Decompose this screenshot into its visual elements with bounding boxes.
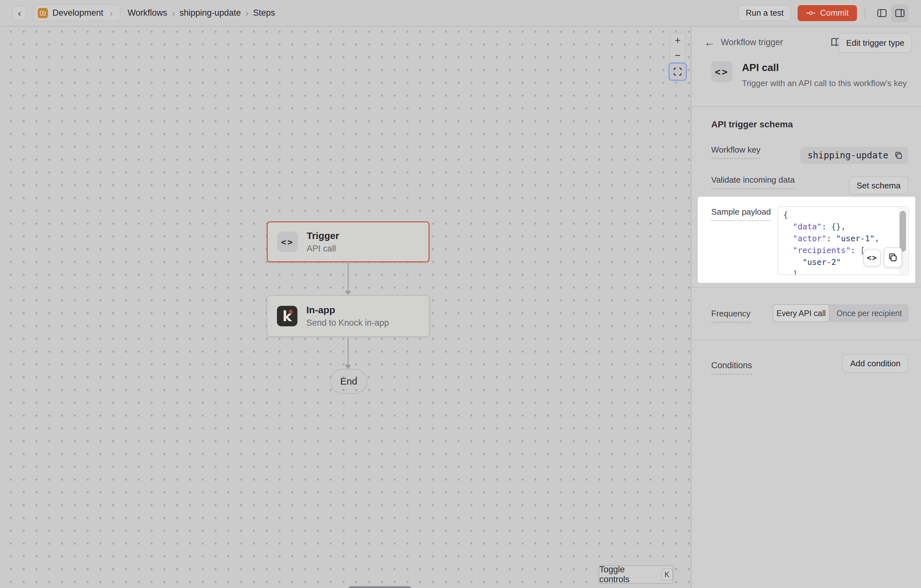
folder-icon [38,8,48,18]
end-node[interactable]: End [330,369,368,394]
commit-label: Commit [820,8,849,18]
add-condition-button[interactable]: Add condition [842,354,908,373]
bottom-toolbar-peek [348,586,411,588]
breadcrumb: Workflows › shipping-update › Steps [125,8,278,19]
left-panel-toggle-button[interactable] [873,4,891,22]
panel-back-button[interactable]: ← [702,35,717,50]
trigger-node[interactable]: <> Trigger API call [267,222,430,262]
toggle-controls-button[interactable]: Toggle controls K [599,565,674,584]
chevron-right-icon: › [243,8,251,19]
section-divider [692,340,921,340]
zoom-in-button[interactable]: + [670,33,685,48]
breadcrumb-workflows[interactable]: Workflows [125,8,170,18]
code-icon: <> [711,61,732,82]
top-bar: ‹ Development › Workflows › shipping-upd… [0,0,921,26]
panel-title: Workflow trigger [721,37,783,47]
edge-arrowhead [345,365,351,369]
workflow-key-label: Workflow key [711,145,760,159]
sample-payload-label: Sample payload [711,207,771,221]
environment-label: Development [52,8,103,18]
code-glyph: <> [281,237,294,247]
node-title: In-app [306,305,389,316]
zoom-controls: + − [670,32,686,64]
run-test-button[interactable]: Run a test [738,5,791,21]
zoom-out-button[interactable]: − [670,48,685,63]
fit-view-icon [673,67,682,77]
toolbar-divider [865,8,866,19]
editor-scrollbar-thumb[interactable] [900,211,906,252]
edge-inapp-to-end [348,337,348,365]
validate-data-label: Validate incoming data [711,175,795,189]
arrow-left-icon: ← [704,36,715,48]
set-schema-button[interactable]: Set schema [849,176,908,195]
frequency-option-once-per-recipient[interactable]: Once per recipient [830,304,909,322]
right-panel-toggle-button[interactable] [891,4,909,22]
conditions-label: Conditions [711,360,752,375]
workflow-key-value: shipping-update [801,147,908,164]
code-icon: <> [277,231,298,252]
fit-view-button[interactable] [668,62,687,81]
chevron-down-icon: › [108,8,115,19]
edge-trigger-to-inapp [348,263,348,291]
section-divider [692,106,921,107]
breadcrumb-steps: Steps [251,8,278,18]
copy-payload-button[interactable] [884,247,902,268]
code-icon: <> [867,253,877,262]
keyboard-shortcut-badge: K [661,568,673,581]
section-divider [692,287,921,288]
knock-logo-icon: k [277,306,298,326]
toggle-controls-label: Toggle controls [599,565,655,585]
workflow-canvas[interactable]: + − <> Trigger API call k In-app Send to… [0,27,692,588]
copy-workflow-key-button[interactable] [894,151,903,160]
knock-dot [289,309,293,314]
panel-right-icon [894,7,906,19]
node-subtitle: API call [307,244,339,254]
inapp-step-node[interactable]: k In-app Send to Knock in-app [267,295,430,337]
panel-left-icon [876,7,888,19]
copy-icon [894,151,903,160]
trigger-settings-panel: ← Workflow trigger Edit trigger type <> … [691,27,921,588]
frequency-segmented-control: Every API call Once per recipient [773,304,909,322]
workflow-key-text: shipping-update [807,150,888,161]
edge-arrowhead [345,291,351,295]
trigger-type-title: API call [742,62,779,73]
back-button[interactable]: ‹ [12,6,27,21]
end-node-label: End [340,376,357,387]
edit-trigger-type-button[interactable]: Edit trigger type [838,33,912,53]
chevron-left-icon: ‹ [18,8,21,19]
frequency-label: Frequency [711,309,750,323]
breadcrumb-workflow-key[interactable]: shipping-update [177,8,243,18]
code-glyph: <> [715,66,729,77]
trigger-type-description: Trigger with an API call to this workflo… [742,78,907,88]
commit-button[interactable]: Commit [797,5,857,21]
environment-selector[interactable]: Development › [33,5,120,21]
node-title: Trigger [307,230,339,241]
chevron-right-icon: › [170,8,177,19]
copy-icon [888,252,898,263]
schema-section-heading: API trigger schema [711,119,793,130]
node-subtitle: Send to Knock in-app [306,318,389,328]
frequency-option-every-api-call[interactable]: Every API call [773,304,830,322]
edit-code-button[interactable]: <> [864,249,881,267]
commit-icon [806,10,815,16]
